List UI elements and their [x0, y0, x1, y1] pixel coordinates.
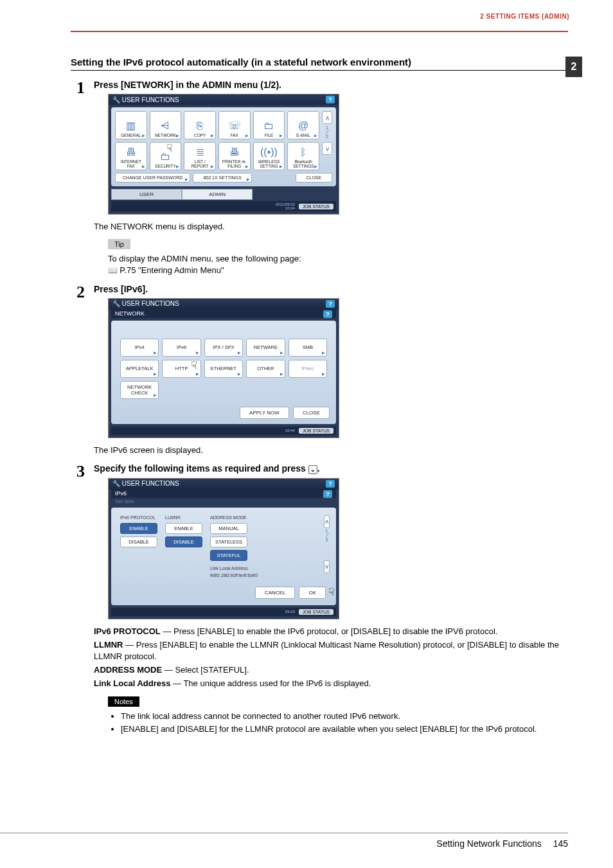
ipsec-button[interactable]: IPsec▶	[289, 360, 327, 378]
bluetooth-icon: ᛒ	[300, 146, 306, 158]
cursor-icon: ☟	[328, 586, 335, 598]
listreport-button[interactable]: ≣LIST / REPORT▶	[184, 142, 216, 170]
jobstatus-button[interactable]: JOB STATUS	[299, 428, 333, 434]
jobstatus-button[interactable]: JOB STATUS	[299, 609, 333, 615]
note-1: The link local address cannot be connect…	[121, 711, 568, 722]
screenshot-ipv6-settings: 🔧 USER FUNCTIONS ? IPv6? Set Item IPv6 P…	[108, 478, 339, 619]
step1-lead: Press [NETWORK] in the ADMIN menu (1/2).	[94, 80, 568, 90]
ss3-setitem: Set Item	[111, 498, 336, 505]
stateless-button[interactable]: STATELESS	[210, 536, 247, 547]
wireless-button[interactable]: ((•))WIRELESS SETTING▶	[253, 142, 285, 170]
ipx-button[interactable]: IPX / SPX▶	[204, 339, 243, 357]
close-button[interactable]: CLOSE	[296, 173, 332, 182]
llmnr-enable-button[interactable]: ENABLE	[165, 523, 202, 534]
8021x-button[interactable]: 802.1X SETTINGS▶	[193, 173, 252, 182]
section-title: Setting the IPv6 protocol automatically …	[71, 57, 568, 67]
cancel-button[interactable]: CANCEL	[255, 587, 295, 599]
ipv6-button[interactable]: IPv6▶	[162, 339, 200, 357]
page-number: 145	[553, 838, 568, 849]
help-icon[interactable]: ?	[326, 300, 335, 308]
ss1-title: 🔧 USER FUNCTIONS	[112, 96, 179, 103]
cursor-icon: ☟	[166, 142, 173, 154]
timestamp: 09:03	[285, 610, 295, 614]
help-icon[interactable]: ?	[323, 310, 332, 318]
apply-now-button[interactable]: APPLY NOW	[240, 407, 289, 419]
down-arrow-icon: ⌄	[308, 465, 317, 474]
wireless-icon: ((•))	[260, 146, 278, 158]
fax-button[interactable]: ☏FAX▶	[218, 111, 251, 139]
copy-button[interactable]: ⎘COPY▶	[184, 111, 216, 139]
file-button[interactable]: 🗀FILE▶	[253, 111, 285, 139]
step-number-1: 1	[71, 80, 85, 276]
general-button[interactable]: ▥GENERAL▶	[115, 111, 147, 139]
network-button[interactable]: ⩤NETWORK▶	[150, 111, 182, 139]
screenshot-admin-menu: 🔧 USER FUNCTIONS ? ▥GENERAL▶ ⩤NETWORK▶ ⎘…	[108, 94, 339, 215]
security-button[interactable]: 🗀SECURITY▶	[150, 142, 182, 170]
ss3-title: 🔧 USER FUNCTIONS	[112, 480, 179, 487]
step3-lead: Specify the following items as required …	[94, 463, 568, 474]
step2-after: The IPv6 screen is displayed.	[94, 445, 568, 456]
cursor-icon: ☟	[191, 359, 197, 371]
printer-button[interactable]: 🖶PRINTER /e-FILING▶	[218, 142, 251, 170]
jobstatus-button[interactable]: JOB STATUS	[299, 204, 333, 209]
step-number-3: 3	[71, 463, 85, 736]
tip-line2: 📖 P.75 "Entering Admin Menu"	[108, 265, 568, 276]
change-password-button[interactable]: CHANGE USER PASSWORD▶	[115, 173, 190, 182]
scroll-up-button[interactable]: ∧	[322, 111, 332, 124]
step2-lead: Press [IPv6].	[94, 284, 568, 294]
footer-section: Setting Network Functions	[436, 838, 541, 849]
manual-button[interactable]: MANUAL	[210, 523, 247, 534]
thumb-tab: 2	[565, 57, 582, 77]
ipv6-enable-button[interactable]: ENABLE	[120, 523, 157, 534]
step3-descriptions: IPv6 PROTOCOL — Press [ENABLE] to enable…	[94, 626, 568, 690]
email-button[interactable]: @E-MAIL▶	[287, 111, 319, 139]
stateful-button[interactable]: STATEFUL	[210, 550, 247, 561]
ok-button[interactable]: OK	[299, 587, 326, 599]
llmnr-disable-button[interactable]: DISABLE	[165, 536, 202, 547]
smb-button[interactable]: SMB▶	[289, 339, 327, 357]
bluetooth-button[interactable]: ᛒBluetooth SETTINGS▶	[287, 142, 319, 170]
close-button[interactable]: CLOSE	[293, 407, 330, 419]
lla-label: Link Local Address	[210, 566, 248, 571]
help-icon[interactable]: ?	[323, 490, 332, 498]
screenshot-network-menu: 🔧 USER FUNCTIONS ? NETWORK? IPv4▶ IPv6▶ …	[108, 298, 339, 438]
ipv6-protocol-label: IPv6 PROTOCOL	[120, 515, 155, 520]
ethernet-button[interactable]: ETHERNET▶	[204, 360, 243, 378]
ipv6-disable-button[interactable]: DISABLE	[120, 536, 157, 547]
general-icon: ▥	[126, 120, 136, 132]
lla-value: fe80::280:91ff:fe4f:8d45	[210, 573, 258, 578]
llmnr-label: LLMNR	[165, 515, 181, 520]
user-tab[interactable]: USER	[111, 189, 182, 200]
ss2-subtitle: NETWORK?	[111, 309, 336, 318]
scroll-down-button[interactable]: ∨	[324, 560, 330, 573]
tip-line1: To display the ADMIN menu, see the follo…	[108, 253, 568, 265]
netcheck-button[interactable]: NETWORK CHECK▶	[120, 381, 159, 399]
email-icon: @	[298, 120, 308, 132]
page-footer: Setting Network Functions 145	[0, 833, 568, 849]
appletalk-button[interactable]: APPLETALK▶	[120, 360, 159, 378]
other-button[interactable]: OTHER▶	[246, 360, 285, 378]
ipv4-button[interactable]: IPv4▶	[120, 339, 159, 357]
fax-icon: ☏	[228, 120, 241, 132]
address-mode-label: ADDRESS MODE	[210, 515, 247, 520]
help-icon[interactable]: ?	[326, 480, 335, 488]
page-indicator: 1╱2	[322, 125, 332, 138]
netware-button[interactable]: NETWARE▶	[246, 339, 285, 357]
network-icon: ⩤	[160, 120, 170, 132]
scroll-down-button[interactable]: ∨	[322, 142, 332, 155]
book-icon: 📖	[108, 266, 120, 275]
admin-tab[interactable]: ADMIN	[182, 189, 253, 200]
help-icon[interactable]: ?	[326, 96, 335, 103]
internetfax-button[interactable]: 🖷INTERNET FAX▶	[115, 142, 147, 170]
step-number-2: 2	[71, 284, 85, 460]
note-2: [ENABLE] and [DISABLE] for the LLMNR pro…	[121, 723, 568, 735]
section-rule	[71, 70, 568, 71]
page-indicator: 1╱3	[324, 529, 330, 542]
copy-icon: ⎘	[197, 120, 203, 132]
listreport-icon: ≣	[196, 146, 204, 158]
tip-label: Tip	[108, 239, 130, 249]
scroll-up-button[interactable]: ∧	[324, 515, 330, 528]
internetfax-icon: 🖷	[126, 146, 136, 158]
chapter-tag: 2 SETTING ITEMS (ADMIN)	[480, 13, 569, 20]
step1-after: The NETWORK menu is displayed.	[94, 221, 568, 233]
